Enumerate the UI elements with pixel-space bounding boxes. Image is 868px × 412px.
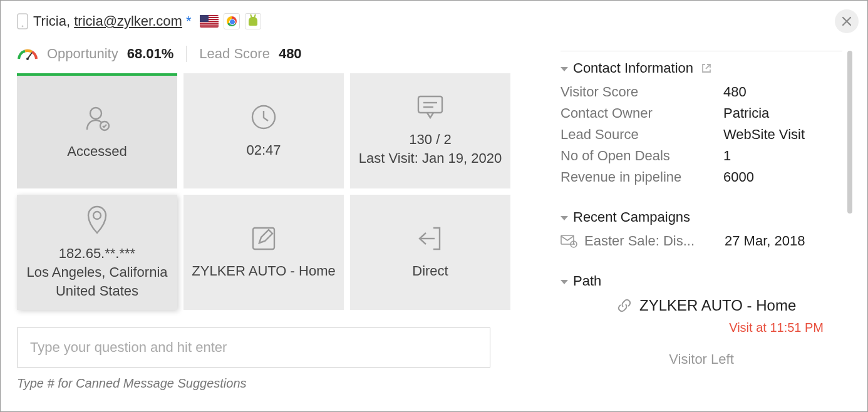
opportunity-value: 68.01% <box>127 46 174 62</box>
starred-indicator: * <box>186 13 192 29</box>
contact-k-0: Visitor Score <box>561 84 723 100</box>
tile-country: United States <box>56 282 138 301</box>
path-page-row[interactable]: ZYLKER AUTO - Home <box>561 297 842 314</box>
section-path-title: Path <box>573 273 601 289</box>
caret-down-icon <box>561 280 568 284</box>
svg-rect-11 <box>253 228 274 249</box>
contact-k-3: No of Open Deals <box>561 148 723 164</box>
contact-k-1: Contact Owner <box>561 105 723 121</box>
section-contact-info: Contact Information Visitor Score480 Con… <box>561 51 842 185</box>
tile-ip: 182.65.**.*** <box>59 244 135 263</box>
opportunity-label: Opportunity <box>47 46 118 62</box>
device-mobile-icon <box>17 13 28 29</box>
section-path: Path ZYLKER AUTO - Home Visit at 11:51 P… <box>561 264 842 335</box>
section-contact-toggle[interactable]: Contact Information <box>561 60 842 76</box>
contact-v-0: 480 <box>723 84 747 100</box>
svg-point-4 <box>90 108 101 119</box>
visitor-email[interactable]: tricia@zylker.com <box>74 13 182 29</box>
tile-visits-count: 130 / 2 <box>409 130 451 149</box>
section-contact-title: Contact Information <box>573 60 693 76</box>
tile-time-value: 02:47 <box>246 141 281 160</box>
scrollbar[interactable] <box>847 51 852 214</box>
tile-city: Los Angeles, California <box>26 263 167 282</box>
tile-page-title: ZYLKER AUTO - Home <box>192 262 335 281</box>
contact-v-2: WebSite Visit <box>723 126 805 143</box>
section-campaigns-toggle[interactable]: Recent Campaigns <box>561 209 842 225</box>
path-visit-time: Visit at 11:51 PM <box>561 321 842 335</box>
svg-rect-7 <box>418 96 442 113</box>
link-icon <box>617 298 632 313</box>
svg-point-3 <box>26 58 29 60</box>
tile-location[interactable]: 182.65.**.*** Los Angeles, California Un… <box>17 195 177 310</box>
contact-v-1: Patricia <box>723 105 769 121</box>
campaign-label: Easter Sale: Dis... <box>584 233 725 249</box>
svg-rect-12 <box>561 235 574 244</box>
chat-hint: Type # for Canned Message Suggestions <box>17 376 510 391</box>
chrome-icon <box>227 16 237 26</box>
android-icon <box>249 17 257 26</box>
tile-page[interactable]: ZYLKER AUTO - Home <box>183 195 344 310</box>
external-link-icon[interactable] <box>701 63 712 74</box>
contact-row: Contact OwnerPatricia <box>561 105 842 121</box>
visitor-tiles-grid: Accessed 02:47 130 / 2 Last Visit: Jan 1… <box>17 73 510 310</box>
tile-source-label: Direct <box>412 262 448 281</box>
contact-row: Revenue in pipeline6000 <box>561 169 842 185</box>
contact-v-3: 1 <box>723 148 731 164</box>
tile-source[interactable]: Direct <box>350 195 510 310</box>
contact-row: Visitor Score480 <box>561 84 842 100</box>
contact-k-2: Lead Source <box>561 126 723 143</box>
clock-icon <box>249 102 279 132</box>
lead-score-value: 480 <box>279 46 302 62</box>
tile-visits-last: Last Visit: Jan 19, 2020 <box>359 149 502 168</box>
lead-score-label: Lead Score <box>199 46 270 62</box>
visitor-metrics: Opportunity 68.01% Lead Score 480 <box>17 46 510 62</box>
path-page-title: ZYLKER AUTO - Home <box>639 297 796 314</box>
caret-down-icon <box>561 67 568 71</box>
svg-point-1 <box>22 26 24 28</box>
close-icon <box>842 16 852 26</box>
section-campaigns: Recent Campaigns Easter Sale: Dis... 27 … <box>561 200 842 249</box>
enter-arrow-icon <box>416 224 445 253</box>
section-path-toggle[interactable]: Path <box>561 273 842 289</box>
visitor-name: Tricia <box>33 13 66 29</box>
divider <box>186 46 187 62</box>
chat-input[interactable] <box>17 327 490 368</box>
close-button[interactable] <box>835 9 859 33</box>
tile-time[interactable]: 02:47 <box>183 73 344 188</box>
browser-chrome-badge <box>224 13 240 29</box>
caret-down-icon <box>561 216 568 220</box>
contact-v-4: 6000 <box>723 169 754 185</box>
country-flag-us-icon <box>200 15 219 28</box>
svg-point-10 <box>93 212 101 219</box>
contact-k-4: Revenue in pipeline <box>561 169 723 185</box>
os-android-badge <box>245 13 261 29</box>
visitor-header: Tricia, tricia@zylker.com * <box>17 13 510 29</box>
gauge-icon <box>17 48 38 60</box>
edit-page-icon <box>249 224 278 253</box>
campaign-item[interactable]: Easter Sale: Dis... 27 Mar, 2018 <box>561 233 842 249</box>
chat-lines-icon <box>415 94 446 121</box>
contact-row: Lead SourceWebSite Visit <box>561 126 842 143</box>
visitor-left-label: Visitor Left <box>561 351 842 368</box>
tile-visits[interactable]: 130 / 2 Last Visit: Jan 19, 2020 <box>350 73 510 188</box>
contact-row: No of Open Deals1 <box>561 148 842 164</box>
tile-accessed[interactable]: Accessed <box>17 73 177 188</box>
location-pin-icon <box>85 204 110 235</box>
campaign-date: 27 Mar, 2018 <box>725 233 805 249</box>
user-check-icon <box>82 103 112 133</box>
section-campaigns-title: Recent Campaigns <box>573 209 690 225</box>
mail-clock-icon <box>561 234 578 248</box>
tile-accessed-label: Accessed <box>67 142 127 161</box>
